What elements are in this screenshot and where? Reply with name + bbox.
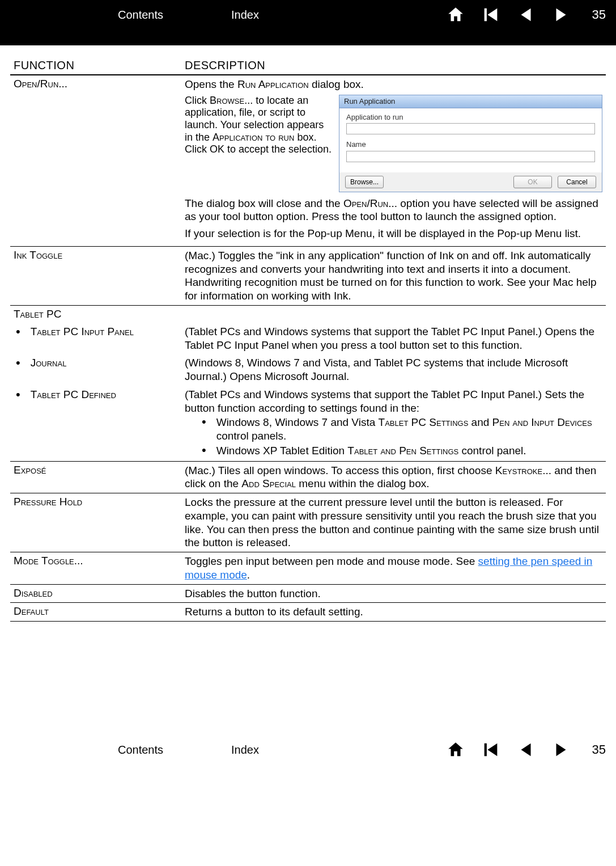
label-tablet-pc: Tablet PC (14, 308, 61, 320)
dialog-label-name: Name (346, 140, 595, 149)
bullet-icon: • (16, 326, 20, 338)
label-tablet-defined: Tablet PC Defined (31, 388, 116, 401)
row-pressure-hold: Pressure Hold Locks the pressure at the … (10, 493, 606, 552)
text: menu within the dialog box. (296, 478, 430, 489)
text: dialog box. (309, 78, 364, 90)
text: control panel. (458, 445, 526, 457)
desc-mode-toggle: Toggles pen input between pen mode and m… (181, 552, 606, 584)
bullet-icon: • (16, 388, 20, 401)
next-page-icon[interactable] (551, 740, 571, 759)
contents-link[interactable]: Contents (118, 9, 163, 22)
row-tablet-pc-defined: •Tablet PC Defined (Tablet PCs and Windo… (10, 386, 606, 461)
name-input[interactable] (346, 151, 595, 162)
home-icon[interactable] (446, 740, 465, 759)
text-sc: Tablet and Pen Settings (347, 445, 458, 457)
text: Windows XP Tablet Edition Tablet and Pen… (216, 444, 526, 458)
label-journal: Journal (31, 357, 67, 369)
text: and (468, 416, 492, 428)
label-default: Default (14, 605, 49, 617)
ok-button[interactable]: OK (513, 176, 552, 188)
nav-icons-bottom: 35 (446, 740, 606, 759)
bullet-icon: • (202, 416, 206, 443)
text: Windows 8, Windows 7 and Vista Tablet PC… (216, 416, 602, 443)
header-function: FUNCTION (10, 57, 181, 74)
bullet-icon: • (16, 357, 20, 369)
text-sc: Run Application (237, 78, 309, 90)
label-input-panel: Tablet PC Input Panel (31, 326, 134, 338)
browse-button[interactable]: Browse... (345, 176, 384, 188)
label-pressure-hold: Pressure Hold (14, 496, 82, 508)
desc-expose: (Mac.) Tiles all open windows. To access… (181, 462, 606, 493)
prev-page-icon[interactable] (516, 740, 536, 759)
index-link-bottom[interactable]: Index (231, 744, 259, 757)
label-expose: Exposé (14, 464, 46, 476)
bullet-icon: • (202, 444, 206, 458)
text: . (247, 569, 250, 581)
text-sc: Application to run (213, 132, 294, 143)
desc-tablet-defined: (Tablet PCs and Windows systems that sup… (185, 388, 602, 415)
text: Opens the (185, 78, 237, 90)
row-default: Default Returns a button to its default … (10, 603, 606, 621)
dialog-label-app: Application to run (346, 113, 595, 122)
run-application-dialog: Run Application Application to run Name … (339, 95, 602, 192)
text: If your selection is for the Pop-up Menu… (185, 227, 602, 240)
desc-input-panel: (Tablet PCs and Windows systems that sup… (181, 323, 606, 354)
page-number-bottom: 35 (592, 742, 606, 757)
page-number-top: 35 (592, 7, 606, 22)
open-run-sidetext: Click Browse... to locate an application… (185, 95, 332, 192)
bottom-nav-bar: Contents Index 35 (0, 735, 616, 764)
next-page-icon[interactable] (551, 5, 571, 24)
desc-default: Returns a button to its default setting. (181, 603, 606, 621)
text-sc: Keystroke (495, 464, 542, 476)
row-mode-toggle: Mode Toggle... Toggles pen input between… (10, 552, 606, 584)
text: Windows 8, Windows 7 and Vista (216, 416, 379, 428)
text-sc: Add Special (241, 478, 296, 489)
row-ink-toggle: Ink Toggle (Mac.) Toggles the "ink in an… (10, 247, 606, 305)
nav-links-bottom: Contents Index (118, 744, 259, 757)
row-disabled: Disabled Disables the button function. (10, 585, 606, 603)
desc-ink-toggle: (Mac.) Toggles the "ink in any applicati… (181, 247, 606, 305)
home-icon[interactable] (446, 5, 465, 24)
text-sc: Open/Run (343, 197, 388, 209)
function-table: FUNCTION DESCRIPTION Open/Run... Opens t… (10, 57, 606, 622)
cancel-button[interactable]: Cancel (558, 176, 596, 188)
prev-page-icon[interactable] (516, 5, 536, 24)
index-link[interactable]: Index (231, 9, 259, 22)
desc-disabled: Disables the button function. (181, 585, 606, 603)
top-nav-bar: Contents Index 35 (0, 0, 616, 29)
desc-pressure-hold: Locks the pressure at the current pressu… (181, 493, 606, 552)
text: control panels. (216, 430, 287, 442)
first-page-icon[interactable] (481, 5, 500, 24)
text-sc: Pen and Input Devices (492, 416, 592, 428)
text: Toggles pen input between pen mode and m… (185, 555, 478, 567)
page-content: FUNCTION DESCRIPTION Open/Run... Opens t… (0, 45, 616, 622)
row-tablet-pc-input-panel: •Tablet PC Input Panel (Tablet PCs and W… (10, 323, 606, 354)
label-ink-toggle: Ink Toggle (14, 249, 62, 261)
text: (Mac.) Tiles all open windows. To access… (185, 464, 495, 476)
nav-icons: 35 (446, 5, 606, 24)
application-to-run-input[interactable] (346, 123, 595, 134)
black-strip (0, 29, 616, 45)
label-mode-toggle: Mode Toggle... (14, 555, 83, 567)
nav-links: Contents Index (118, 9, 259, 22)
row-journal: •Journal (Windows 8, Windows 7 and Vista… (10, 354, 606, 386)
dialog-titlebar: Run Application (339, 95, 602, 108)
text: Click (185, 95, 210, 106)
first-page-icon[interactable] (481, 740, 500, 759)
contents-link-bottom[interactable]: Contents (118, 744, 163, 757)
desc-journal: (Windows 8, Windows 7 and Vista, and Tab… (181, 354, 606, 386)
header-description: DESCRIPTION (181, 57, 606, 74)
text: The dialog box will close and the (185, 197, 343, 209)
text-sc: Browse (210, 95, 244, 106)
label-open-run: Open/Run... (14, 78, 67, 90)
text-sc: Tablet PC Settings (379, 416, 469, 428)
label-disabled: Disabled (14, 587, 53, 599)
row-expose: Exposé (Mac.) Tiles all open windows. To… (10, 462, 606, 493)
text: Windows XP Tablet Edition (216, 445, 348, 457)
row-open-run: Open/Run... Opens the Run Application di… (10, 75, 606, 246)
row-tablet-pc-header: Tablet PC (10, 306, 606, 323)
